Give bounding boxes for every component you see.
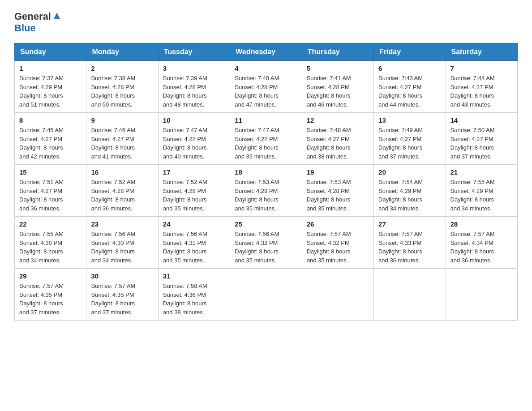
day-detail: Sunrise: 7:50 AMSunset: 4:27 PMDaylight:… bbox=[450, 127, 495, 160]
day-number: 21 bbox=[450, 168, 513, 176]
logo: General Blue bbox=[14, 11, 62, 34]
day-detail: Sunrise: 7:43 AMSunset: 4:27 PMDaylight:… bbox=[378, 75, 423, 108]
day-number: 30 bbox=[91, 272, 153, 280]
day-number: 29 bbox=[19, 272, 82, 280]
calendar-cell: 25 Sunrise: 7:56 AMSunset: 4:32 PMDaylig… bbox=[230, 217, 302, 269]
calendar-cell bbox=[374, 269, 446, 321]
day-number: 9 bbox=[91, 116, 153, 124]
day-detail: Sunrise: 7:37 AMSunset: 4:29 PMDaylight:… bbox=[19, 75, 64, 108]
day-number: 20 bbox=[378, 168, 441, 176]
day-number: 18 bbox=[235, 168, 297, 176]
day-number: 13 bbox=[378, 116, 441, 124]
calendar-cell: 17 Sunrise: 7:52 AMSunset: 4:28 PMDaylig… bbox=[158, 165, 230, 217]
svg-marker-0 bbox=[54, 13, 60, 19]
col-header-tuesday: Tuesday bbox=[158, 43, 230, 61]
day-detail: Sunrise: 7:56 AMSunset: 4:31 PMDaylight:… bbox=[163, 231, 207, 264]
calendar-header-row: SundayMondayTuesdayWednesdayThursdayFrid… bbox=[15, 43, 518, 61]
day-detail: Sunrise: 7:45 AMSunset: 4:27 PMDaylight:… bbox=[19, 127, 64, 160]
day-number: 3 bbox=[163, 64, 225, 72]
calendar-cell bbox=[446, 269, 517, 321]
day-detail: Sunrise: 7:47 AMSunset: 4:27 PMDaylight:… bbox=[163, 127, 207, 160]
day-number: 2 bbox=[91, 64, 153, 72]
calendar-week-row: 15 Sunrise: 7:51 AMSunset: 4:27 PMDaylig… bbox=[15, 165, 518, 217]
day-detail: Sunrise: 7:56 AMSunset: 4:30 PMDaylight:… bbox=[91, 231, 135, 264]
calendar-cell bbox=[302, 269, 373, 321]
calendar-cell: 26 Sunrise: 7:57 AMSunset: 4:32 PMDaylig… bbox=[302, 217, 373, 269]
logo-general-text: General bbox=[14, 11, 51, 22]
day-number: 12 bbox=[307, 116, 369, 124]
calendar-cell: 29 Sunrise: 7:57 AMSunset: 4:35 PMDaylig… bbox=[15, 269, 86, 321]
day-detail: Sunrise: 7:39 AMSunset: 4:28 PMDaylight:… bbox=[163, 75, 207, 108]
day-detail: Sunrise: 7:57 AMSunset: 4:34 PMDaylight:… bbox=[450, 231, 495, 264]
day-number: 31 bbox=[163, 272, 225, 280]
day-number: 15 bbox=[19, 168, 82, 176]
day-detail: Sunrise: 7:57 AMSunset: 4:35 PMDaylight:… bbox=[19, 283, 64, 316]
day-detail: Sunrise: 7:49 AMSunset: 4:27 PMDaylight:… bbox=[378, 127, 423, 160]
day-number: 19 bbox=[307, 168, 369, 176]
day-number: 5 bbox=[307, 64, 369, 72]
day-detail: Sunrise: 7:55 AMSunset: 4:30 PMDaylight:… bbox=[19, 231, 64, 264]
calendar-cell: 21 Sunrise: 7:55 AMSunset: 4:29 PMDaylig… bbox=[446, 165, 517, 217]
calendar-cell bbox=[230, 269, 302, 321]
calendar-cell: 23 Sunrise: 7:56 AMSunset: 4:30 PMDaylig… bbox=[86, 217, 158, 269]
logo-triangle-icon bbox=[52, 11, 62, 21]
day-number: 11 bbox=[235, 116, 297, 124]
day-detail: Sunrise: 7:58 AMSunset: 4:36 PMDaylight:… bbox=[163, 283, 207, 316]
day-detail: Sunrise: 7:53 AMSunset: 4:28 PMDaylight:… bbox=[307, 179, 351, 212]
calendar-cell: 24 Sunrise: 7:56 AMSunset: 4:31 PMDaylig… bbox=[158, 217, 230, 269]
col-header-friday: Friday bbox=[374, 43, 446, 61]
day-number: 17 bbox=[163, 168, 225, 176]
day-number: 14 bbox=[450, 116, 513, 124]
calendar-cell: 7 Sunrise: 7:44 AMSunset: 4:27 PMDayligh… bbox=[446, 61, 517, 113]
day-number: 23 bbox=[91, 220, 153, 228]
day-detail: Sunrise: 7:40 AMSunset: 4:28 PMDaylight:… bbox=[235, 75, 279, 108]
calendar-cell: 9 Sunrise: 7:46 AMSunset: 4:27 PMDayligh… bbox=[86, 113, 158, 165]
day-detail: Sunrise: 7:53 AMSunset: 4:28 PMDaylight:… bbox=[235, 179, 279, 212]
logo-blue-text: Blue bbox=[14, 22, 36, 34]
day-detail: Sunrise: 7:56 AMSunset: 4:32 PMDaylight:… bbox=[235, 231, 279, 264]
header: General Blue bbox=[14, 11, 518, 34]
day-detail: Sunrise: 7:51 AMSunset: 4:27 PMDaylight:… bbox=[19, 179, 64, 212]
calendar-cell: 8 Sunrise: 7:45 AMSunset: 4:27 PMDayligh… bbox=[15, 113, 86, 165]
calendar-week-row: 22 Sunrise: 7:55 AMSunset: 4:30 PMDaylig… bbox=[15, 217, 518, 269]
day-detail: Sunrise: 7:57 AMSunset: 4:33 PMDaylight:… bbox=[378, 231, 423, 264]
day-detail: Sunrise: 7:41 AMSunset: 4:28 PMDaylight:… bbox=[307, 75, 351, 108]
day-number: 24 bbox=[163, 220, 225, 228]
day-detail: Sunrise: 7:52 AMSunset: 4:28 PMDaylight:… bbox=[163, 179, 207, 212]
calendar-table: SundayMondayTuesdayWednesdayThursdayFrid… bbox=[14, 43, 518, 321]
day-number: 10 bbox=[163, 116, 225, 124]
calendar-cell: 13 Sunrise: 7:49 AMSunset: 4:27 PMDaylig… bbox=[374, 113, 446, 165]
calendar-cell: 31 Sunrise: 7:58 AMSunset: 4:36 PMDaylig… bbox=[158, 269, 230, 321]
calendar-cell: 4 Sunrise: 7:40 AMSunset: 4:28 PMDayligh… bbox=[230, 61, 302, 113]
calendar-cell: 20 Sunrise: 7:54 AMSunset: 4:29 PMDaylig… bbox=[374, 165, 446, 217]
calendar-cell: 30 Sunrise: 7:57 AMSunset: 4:35 PMDaylig… bbox=[86, 269, 158, 321]
col-header-thursday: Thursday bbox=[302, 43, 373, 61]
day-number: 26 bbox=[307, 220, 369, 228]
col-header-wednesday: Wednesday bbox=[230, 43, 302, 61]
calendar-cell: 2 Sunrise: 7:38 AMSunset: 4:28 PMDayligh… bbox=[86, 61, 158, 113]
calendar-cell: 15 Sunrise: 7:51 AMSunset: 4:27 PMDaylig… bbox=[15, 165, 86, 217]
day-detail: Sunrise: 7:55 AMSunset: 4:29 PMDaylight:… bbox=[450, 179, 495, 212]
day-detail: Sunrise: 7:54 AMSunset: 4:29 PMDaylight:… bbox=[378, 179, 423, 212]
day-detail: Sunrise: 7:46 AMSunset: 4:27 PMDaylight:… bbox=[91, 127, 135, 160]
col-header-saturday: Saturday bbox=[446, 43, 517, 61]
calendar-cell: 14 Sunrise: 7:50 AMSunset: 4:27 PMDaylig… bbox=[446, 113, 517, 165]
calendar-cell: 6 Sunrise: 7:43 AMSunset: 4:27 PMDayligh… bbox=[374, 61, 446, 113]
day-detail: Sunrise: 7:44 AMSunset: 4:27 PMDaylight:… bbox=[450, 75, 495, 108]
day-detail: Sunrise: 7:48 AMSunset: 4:27 PMDaylight:… bbox=[307, 127, 351, 160]
calendar-cell: 19 Sunrise: 7:53 AMSunset: 4:28 PMDaylig… bbox=[302, 165, 373, 217]
calendar-cell: 28 Sunrise: 7:57 AMSunset: 4:34 PMDaylig… bbox=[446, 217, 517, 269]
day-detail: Sunrise: 7:57 AMSunset: 4:32 PMDaylight:… bbox=[307, 231, 351, 264]
calendar-cell: 3 Sunrise: 7:39 AMSunset: 4:28 PMDayligh… bbox=[158, 61, 230, 113]
day-number: 25 bbox=[235, 220, 297, 228]
calendar-cell: 16 Sunrise: 7:52 AMSunset: 4:28 PMDaylig… bbox=[86, 165, 158, 217]
day-number: 28 bbox=[450, 220, 513, 228]
day-number: 27 bbox=[378, 220, 441, 228]
day-detail: Sunrise: 7:57 AMSunset: 4:35 PMDaylight:… bbox=[91, 283, 135, 316]
day-detail: Sunrise: 7:38 AMSunset: 4:28 PMDaylight:… bbox=[91, 75, 135, 108]
calendar-cell: 5 Sunrise: 7:41 AMSunset: 4:28 PMDayligh… bbox=[302, 61, 373, 113]
col-header-monday: Monday bbox=[86, 43, 158, 61]
col-header-sunday: Sunday bbox=[15, 43, 86, 61]
day-detail: Sunrise: 7:47 AMSunset: 4:27 PMDaylight:… bbox=[235, 127, 279, 160]
day-detail: Sunrise: 7:52 AMSunset: 4:28 PMDaylight:… bbox=[91, 179, 135, 212]
